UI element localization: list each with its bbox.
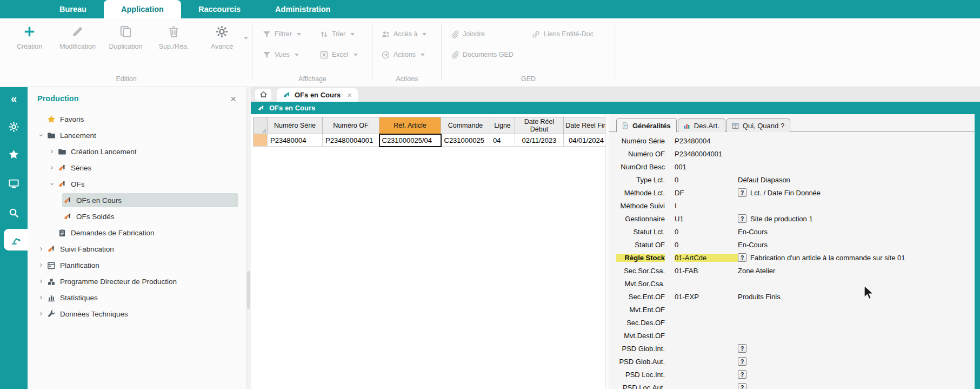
acces-a-dropdown-caret[interactable] [422, 33, 426, 36]
nav-item-label: Lancement [60, 131, 96, 140]
nav-item-ofs[interactable]: OFs [28, 176, 246, 192]
nav-item-label: Planification [60, 261, 99, 269]
production-module-button[interactable] [4, 229, 28, 250]
excel-button[interactable]: Excel [319, 50, 377, 60]
tab-close-button[interactable]: × [347, 90, 352, 100]
collapse-panel-button[interactable]: « [0, 91, 28, 106]
column-header-date-reel-fin[interactable]: Date Réel Fin [564, 117, 606, 134]
help-button[interactable]: ? [738, 370, 746, 379]
favorites-strip-button[interactable] [0, 147, 28, 161]
actions-dropdown-caret[interactable] [421, 54, 425, 56]
cell-date-reel-fin[interactable]: 04/01/2024 [564, 134, 606, 147]
chevron-right-icon[interactable] [47, 147, 57, 156]
filtrer-dropdown-caret[interactable] [297, 33, 301, 36]
chevron-right-icon[interactable] [36, 261, 46, 269]
help-button[interactable]: ? [738, 357, 746, 366]
settings-strip-button[interactable] [0, 120, 28, 134]
nav-item-demandes-fabrication[interactable]: Demandes de Fabrication [28, 225, 246, 241]
search-strip-button[interactable] [0, 206, 28, 220]
chevron-down-icon[interactable] [47, 180, 57, 188]
trier-dropdown-caret[interactable] [350, 33, 355, 36]
tab-des-art-label: Des.Art. [694, 122, 719, 130]
excel-dropdown-caret[interactable] [354, 54, 358, 56]
vues-dropdown-caret[interactable] [295, 54, 299, 56]
field-row-sec-sor-csa: Sec.Sor.Csa.01-FABZone Atelier [609, 264, 975, 277]
acces-a-button[interactable]: Accès à [381, 29, 442, 39]
column-header-ligne[interactable]: Ligne [490, 117, 515, 134]
suppression-button[interactable]: Sup./Réa. [150, 25, 198, 50]
tab-des-art[interactable]: Des.Art. [678, 118, 725, 132]
column-header-commande[interactable]: Commande [441, 117, 490, 134]
help-button[interactable]: ? [738, 214, 746, 223]
gear-icon [8, 121, 19, 133]
help-button[interactable]: ? [738, 383, 746, 389]
row-selector-cell[interactable] [254, 134, 268, 147]
actions-button[interactable]: Actions [381, 50, 442, 60]
field-label: Méthode Lct. [616, 189, 665, 197]
nav-item-planification[interactable]: Planification [28, 257, 246, 273]
avance-dropdown-caret[interactable] [244, 37, 248, 39]
joindre-button[interactable]: Joindre [450, 29, 531, 39]
grid-corner-cell[interactable] [254, 117, 268, 134]
nav-item-lancement[interactable]: Lancement [28, 127, 246, 143]
cell-numero-serie[interactable]: P23480004 [268, 134, 323, 147]
chevron-down-icon[interactable] [36, 131, 46, 140]
nav-item-programme-directeur[interactable]: Programme Directeur de Production [28, 273, 246, 289]
nav-item-ofs-soldes[interactable]: OFs Soldés [28, 208, 246, 225]
cell-numero-of[interactable]: P23480004001 [323, 134, 379, 147]
modification-button[interactable]: Modification [54, 25, 102, 50]
cell-commande[interactable]: C231000025 [441, 134, 490, 147]
field-label: PSD Loc.Aut. [616, 384, 665, 389]
nav-item-suivi-fabrication[interactable]: Suivi Fabrication [28, 241, 246, 257]
chevron-right-icon[interactable] [36, 245, 46, 253]
chevron-right-icon[interactable] [36, 309, 46, 318]
menu-bureau[interactable]: Bureau [42, 0, 104, 18]
nav-panel-scrollbar[interactable] [246, 87, 251, 389]
tab-generalites[interactable]: Généralités [616, 118, 677, 132]
duplication-button[interactable]: Duplication [102, 25, 150, 50]
cell-date-reel-debut[interactable]: 02/11/2023 [515, 134, 564, 147]
column-header-ref-article[interactable]: Réf. Article [379, 117, 441, 134]
menu-bureau-label: Bureau [59, 5, 86, 14]
cell-ligne[interactable]: 04 [490, 134, 515, 147]
chevron-right-icon[interactable] [36, 277, 46, 286]
avance-button[interactable]: Avancé [198, 25, 246, 50]
desktop-strip-button[interactable] [0, 176, 28, 190]
scrollbar-thumb[interactable] [247, 271, 250, 309]
help-button[interactable]: ? [738, 344, 746, 353]
nav-item-favoris[interactable]: Favoris [28, 111, 246, 127]
documents-ged-button[interactable]: Documents GED [450, 50, 531, 60]
tab-qui-quand[interactable]: Qui, Quand ? [726, 118, 790, 132]
trier-button[interactable]: Trier [319, 29, 377, 39]
nav-panel-close-button[interactable]: × [230, 94, 236, 104]
nav-item-series[interactable]: Séries [28, 160, 246, 176]
cell-ref-article-focused[interactable]: C231000025/04 [379, 134, 441, 147]
table-row[interactable]: P23480004 P23480004001 C231000025/04 C23… [254, 134, 606, 147]
nav-item-creation-lancement[interactable]: Création Lancement [28, 143, 246, 160]
menu-application[interactable]: Application [104, 0, 181, 18]
field-row-regle-stock: Règle Stock01-ArtCde?Fabrication d'un ar… [609, 251, 975, 264]
trash-icon [167, 25, 181, 38]
nav-item-statistiques[interactable]: Statistiques [28, 289, 246, 306]
menu-raccourcis[interactable]: Raccourcis [181, 0, 258, 18]
filtrer-button[interactable]: Filtrer [262, 29, 319, 39]
help-button[interactable]: ? [738, 188, 746, 197]
column-header-numero-of[interactable]: Numéro OF [323, 117, 379, 134]
search-icon [8, 207, 19, 219]
liens-entite-doc-button[interactable]: Liens Entité-Doc [531, 29, 623, 39]
chevron-right-icon[interactable] [47, 163, 57, 172]
column-header-numero-serie[interactable]: Numéro Série [268, 117, 323, 134]
field-row-sec-des-of: Sec.Des.OF [609, 316, 975, 329]
help-button[interactable]: ? [738, 253, 746, 262]
vues-label: Vues [275, 51, 290, 58]
menu-administration[interactable]: Administration [258, 0, 348, 18]
column-header-date-reel-debut[interactable]: Date Réel Début [515, 117, 564, 134]
vues-button[interactable]: Vues [262, 50, 319, 60]
chevron-right-icon[interactable] [36, 293, 46, 302]
creation-button[interactable]: Création [5, 25, 54, 50]
nav-item-ofs-en-cours[interactable]: OFs en Cours [28, 192, 246, 208]
nav-item-donnees-techniques[interactable]: Données Techniques [28, 306, 246, 322]
tab-ofs-en-cours[interactable]: OFs en Cours × [277, 88, 358, 102]
right-scrollbar[interactable] [975, 114, 980, 389]
home-tab-button[interactable] [255, 89, 271, 101]
